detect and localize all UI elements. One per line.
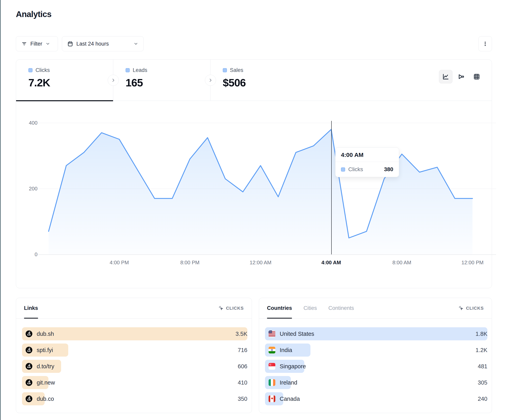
clicks-legend-swatch [28,68,32,72]
tab-countries[interactable]: Countries [267,298,292,318]
x-axis-tick: 12:00 PM [461,260,483,266]
dub-logo-icon [26,379,32,386]
y-axis-tick: 400 [22,120,37,126]
tooltip-series-name: Clicks [348,166,363,173]
clicks-count: 305 [463,379,487,386]
chevron-right-icon [111,78,115,82]
ca-flag-icon [269,395,275,402]
line-chart-icon [442,73,449,80]
links-list: dub.sh3.5K spti.fyi716 d.to/try606 git.n… [16,319,252,405]
cursor-click-icon [218,305,224,311]
dub-logo-icon [26,330,32,337]
tooltip-time: 4:00 AM [336,148,399,162]
cursor-click-icon [458,305,464,311]
tab-cities[interactable]: Cities [304,298,317,318]
country-row[interactable]: Ireland305 [265,376,487,389]
chart-tooltip: 4:00 AM Clicks 380 [335,147,399,177]
stats-tab-row: Clicks 7.2K Leads 165 Sales $506 [16,60,492,101]
link-label: spti.fyi [37,347,53,354]
country-row[interactable]: Singapore481 [265,360,487,373]
links-sort-by-clicks[interactable]: CLICKS [218,305,244,311]
calendar-icon [67,41,73,47]
funnel-icon [458,73,465,80]
sales-tab-label: Sales [230,67,243,73]
x-axis-tick: 12:00 AM [250,260,272,266]
country-row[interactable]: United States1.8K [265,327,487,340]
us-flag-icon [269,330,275,337]
canada-flag-icon [269,395,275,402]
link-label: d.to/try [37,363,54,370]
gridline [38,254,496,255]
tooltip-value: 380 [384,166,393,173]
x-axis-tick: 8:00 PM [180,260,200,266]
x-axis-tick: 4:00 AM [321,260,341,266]
links-panel-header: Links CLICKS [16,298,252,319]
us-flag-icon [269,330,275,337]
expand-sales-button[interactable] [205,75,216,86]
india-flag-icon [269,347,275,354]
country-row[interactable]: India1.2K [265,344,487,357]
tooltip-legend-swatch [341,167,345,172]
dub-logo-icon [26,347,32,354]
tab-leads[interactable]: Leads 165 [113,60,210,101]
ireland-flag-icon [269,379,275,386]
chart-type-switcher [439,70,483,83]
link-row[interactable]: git.new410 [22,376,247,389]
filter-button[interactable]: Filter [16,36,58,51]
left-edge-divider [0,0,0,420]
countries-sort-by-clicks[interactable]: CLICKS [458,305,484,311]
clicks-count: 1.8K [463,331,487,337]
clicks-count: 716 [224,347,247,354]
links-panel: Links CLICKS dub.sh3.5K spti.fyi716 d.to… [16,298,252,413]
link-row[interactable]: dub.sh3.5K [22,327,247,340]
analytics-page: Analytics Filter Last 24 hours [0,0,508,420]
country-label: Ireland [280,379,297,386]
dub-logo-icon [26,363,32,370]
sg-flag-icon [269,363,275,370]
clicks-tab-value: 7.2K [28,76,113,89]
sales-tab-value: $506 [223,76,308,89]
page-title: Analytics [16,9,51,19]
filter-button-label: Filter [30,41,42,47]
dub-logo-icon [26,395,32,402]
country-row[interactable]: Canada240 [265,392,487,405]
country-label: Canada [280,396,300,402]
x-axis-tick: 8:00 AM [392,260,411,266]
clicks-count: 3.5K [224,331,247,337]
countries-panel: Countries Cities Continents CLICKS Unite… [259,298,492,413]
filter-lines-icon [21,41,27,47]
link-label: dub.co [37,396,54,402]
area-fill [49,129,472,254]
funnel-view-button[interactable] [455,70,468,83]
chevron-down-icon [134,41,138,46]
link-row[interactable]: d.to/try606 [22,360,247,373]
area-chart-plot[interactable] [49,118,472,254]
tab-links[interactable]: Links [24,298,38,318]
table-view-button[interactable] [470,70,483,83]
clicks-count: 410 [224,379,247,386]
leads-tab-value: 165 [126,76,210,89]
countries-list: United States1.8K India1.2K Singapore481… [259,319,492,405]
link-row[interactable]: spti.fyi716 [22,344,247,357]
tab-sales[interactable]: Sales $506 [210,60,308,101]
line-chart-view-button[interactable] [439,70,452,83]
date-range-button[interactable]: Last 24 hours [62,36,144,51]
dub-logo-icon [26,347,32,354]
expand-leads-button[interactable] [108,75,119,86]
y-axis-tick: 200 [22,186,37,192]
analytics-card: Clicks 7.2K Leads 165 Sales $506 [16,59,492,288]
singapore-flag-icon [269,363,275,370]
ie-flag-icon [269,379,275,386]
dub-logo-icon [26,363,32,370]
clicks-count: 350 [224,396,247,402]
link-label: git.new [37,379,55,386]
sales-legend-swatch [223,68,227,72]
table-grid-icon [473,73,480,80]
tab-continents[interactable]: Continents [329,298,354,318]
in-flag-icon [269,347,275,354]
link-row[interactable]: dub.co350 [22,392,247,405]
hover-crosshair [331,121,332,254]
tab-clicks[interactable]: Clicks 7.2K [16,60,113,101]
more-options-button[interactable] [478,36,492,51]
country-label: United States [280,331,314,337]
